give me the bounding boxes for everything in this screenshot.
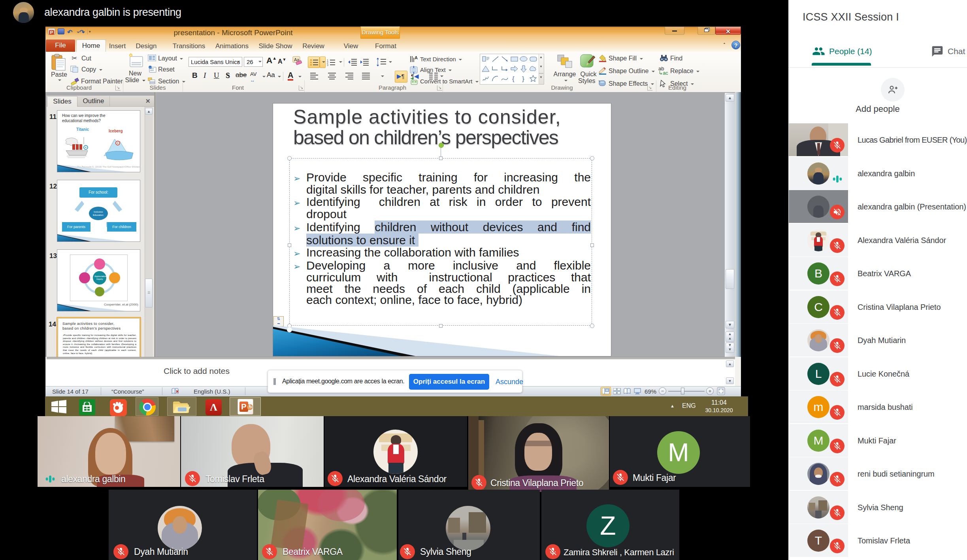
svg-text:Inquiry: Inquiry [96, 278, 103, 280]
svg-text:Inclusive: Inclusive [94, 211, 103, 213]
svg-text:}: } [522, 75, 524, 83]
svg-text:Appreciative: Appreciative [94, 275, 106, 277]
svg-text:{: { [512, 75, 515, 83]
svg-text:3: 3 [327, 64, 328, 66]
svg-text:A: A [415, 55, 418, 60]
svg-text:Education: Education [93, 214, 104, 216]
